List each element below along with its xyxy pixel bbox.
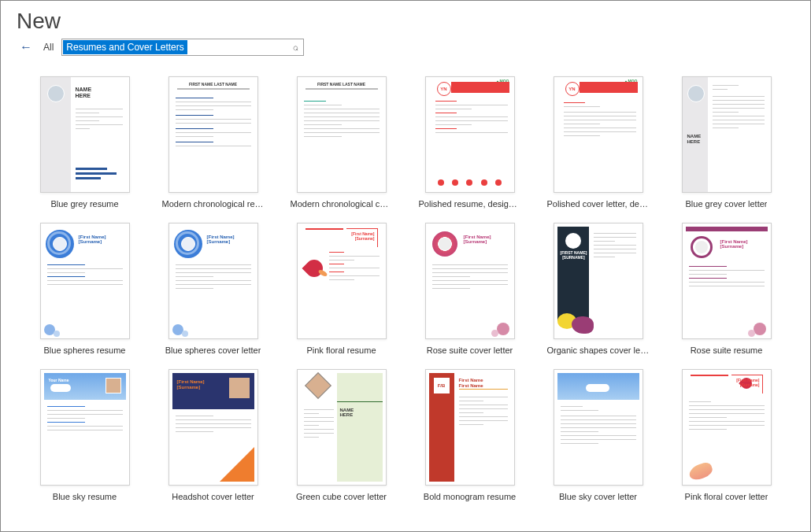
search-box[interactable]: Resumes and Cover Letters ⌕ bbox=[61, 39, 304, 56]
template-label: Pink floral resume bbox=[306, 345, 376, 355]
template-modern-chronological-resume[interactable]: FIRST NAME LAST NAME Modern chronologica… bbox=[153, 76, 273, 209]
template-thumbnail: [FIRST NAME][SURNAME] bbox=[554, 223, 643, 339]
template-bold-monogram-resume[interactable]: F/B First NameFirst Name Bold monogram r… bbox=[409, 369, 530, 501]
template-thumbnail: FIRST NAME LAST NAME bbox=[168, 76, 258, 193]
template-label: Headshot cover letter bbox=[172, 492, 254, 501]
template-green-cube-cover-letter[interactable]: NAME HERE Green cube cover letter bbox=[281, 369, 402, 501]
template-thumbnail: NAME HERE bbox=[297, 369, 387, 486]
header: New bbox=[1, 1, 810, 39]
template-blue-spheres-cover-letter[interactable]: [First Name] [Surname] Blue spheres cove… bbox=[153, 223, 273, 355]
template-thumbnail: ● MOO YN bbox=[425, 76, 515, 193]
template-blue-grey-resume[interactable]: NAME HERE Blue grey resume bbox=[24, 76, 145, 209]
template-blue-spheres-resume[interactable]: [First Name] [Surname] Blue spheres resu… bbox=[24, 223, 145, 355]
search-row: ← All Resumes and Cover Letters ⌕ bbox=[1, 39, 810, 62]
back-arrow-icon[interactable]: ← bbox=[17, 39, 35, 56]
template-label: Blue grey cover letter bbox=[686, 199, 768, 209]
template-thumbnail: NAME HERE bbox=[682, 76, 772, 193]
template-label: Blue spheres resume bbox=[44, 345, 126, 355]
template-thumbnail: [First Name] [Surname] bbox=[168, 223, 258, 339]
template-label: Modern chronological cover l... bbox=[291, 199, 393, 209]
template-label: Blue grey resume bbox=[50, 199, 118, 209]
page-title: New bbox=[17, 9, 794, 34]
template-grid: NAME HERE Blue grey resume FIRST NAME LA… bbox=[1, 62, 810, 509]
template-pink-floral-cover-letter[interactable]: [First Name] [Surname] Pink floral cover… bbox=[666, 369, 787, 501]
template-label: Green cube cover letter bbox=[296, 492, 387, 501]
search-icon[interactable]: ⌕ bbox=[288, 42, 303, 53]
template-label: Blue sky resume bbox=[53, 492, 117, 501]
template-label: Blue sky cover letter bbox=[559, 492, 637, 501]
template-rose-suite-resume[interactable]: [First Name] [Surname] Rose suite resume bbox=[666, 223, 787, 355]
template-polished-resume[interactable]: ● MOO YN Polished resume, designed b... bbox=[409, 76, 530, 209]
template-thumbnail: F/B First NameFirst Name bbox=[425, 369, 515, 486]
template-thumbnail: [First Name] [Surname] bbox=[297, 223, 387, 339]
template-label: Polished resume, designed b... bbox=[419, 199, 521, 209]
template-label: Pink floral cover letter bbox=[685, 492, 768, 501]
template-blue-sky-cover-letter[interactable]: Blue sky cover letter bbox=[538, 369, 658, 501]
template-label: Organic shapes cover letter bbox=[547, 345, 650, 355]
template-thumbnail: [First Name] [Surname] bbox=[425, 223, 515, 339]
template-rose-suite-cover-letter[interactable]: [First Name] [Surname] Rose suite cover … bbox=[409, 223, 530, 355]
template-thumbnail: FIRST NAME LAST NAME bbox=[297, 76, 387, 193]
template-thumbnail: [First Name] [Surname] bbox=[682, 223, 772, 339]
template-thumbnail: NAME HERE bbox=[40, 76, 130, 193]
template-modern-chronological-cover-letter[interactable]: FIRST NAME LAST NAME Modern chronologica… bbox=[281, 76, 402, 209]
template-blue-grey-cover-letter[interactable]: NAME HERE Blue grey cover letter bbox=[666, 76, 787, 209]
template-label: Blue spheres cover letter bbox=[165, 345, 261, 355]
template-label: Bold monogram resume bbox=[424, 492, 516, 501]
template-polished-cover-letter[interactable]: ● MOO YN Polished cover letter, designe.… bbox=[538, 76, 658, 209]
template-thumbnail: [First Name] [Surname] bbox=[682, 369, 772, 486]
template-thumbnail: Your Name bbox=[40, 369, 130, 486]
template-label: Rose suite cover letter bbox=[427, 345, 513, 355]
template-blue-sky-resume[interactable]: Your Name Blue sky resume bbox=[24, 369, 145, 501]
template-headshot-cover-letter[interactable]: [First Name] [Surname] Headshot cover le… bbox=[153, 369, 273, 501]
template-organic-shapes-cover-letter[interactable]: [FIRST NAME][SURNAME] Organic shapes cov… bbox=[538, 223, 658, 355]
template-thumbnail: [First Name] [Surname] bbox=[40, 223, 130, 339]
template-thumbnail: [First Name] [Surname] bbox=[168, 369, 258, 486]
template-thumbnail bbox=[554, 369, 643, 486]
template-label: Rose suite resume bbox=[691, 345, 763, 355]
template-label: Modern chronological resume bbox=[162, 199, 265, 209]
filter-all-label[interactable]: All bbox=[40, 42, 57, 53]
template-label: Polished cover letter, designe... bbox=[547, 199, 650, 209]
template-pink-floral-resume[interactable]: [First Name] [Surname] Pink floral resum… bbox=[281, 223, 402, 355]
template-thumbnail: ● MOO YN bbox=[554, 76, 643, 193]
